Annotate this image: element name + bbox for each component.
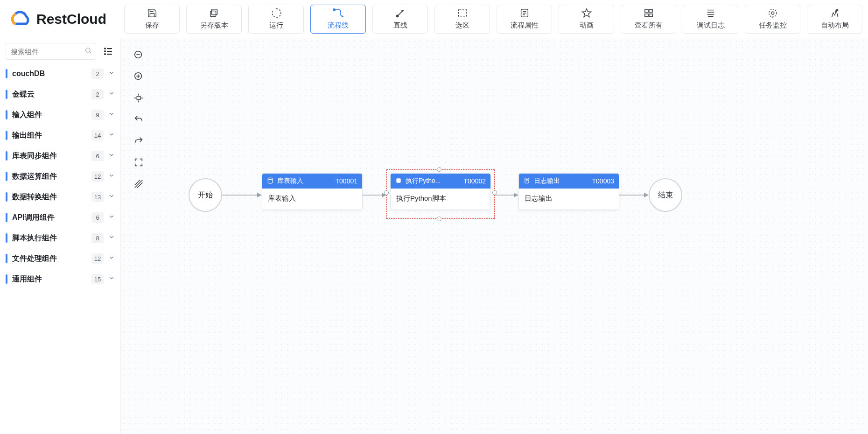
toolbar-run-button[interactable]: 运行 [248,5,304,34]
monitor-icon [768,8,778,18]
toolbar-selection-button[interactable]: 选区 [434,5,490,34]
category-count: 6 [91,151,104,161]
category-label: 数据转换组件 [12,192,91,202]
edges [121,38,868,434]
category-label: couchDB [12,70,91,78]
category-accent [6,254,7,263]
node-id: T00001 [336,177,357,185]
toolbar-properties-button[interactable]: 流程属性 [497,5,552,34]
svg-point-24 [837,9,838,11]
category-accent [6,90,7,99]
category-accent [6,172,7,181]
canvas-zoom-out-button[interactable] [131,49,146,63]
svg-point-22 [769,9,777,17]
category-item[interactable]: 输入组件9 [6,105,115,125]
node-body: 执行Python脚本 [391,189,490,210]
category-count: 8 [91,233,104,243]
category-item[interactable]: API调用组件6 [6,207,115,228]
run-icon [271,8,281,18]
toolbar-view-all-button[interactable]: 查看所有 [621,5,676,34]
search-row [6,43,115,60]
toolbar-save-button[interactable]: 保存 [124,5,180,34]
fit-icon [133,93,144,105]
flow-node[interactable]: 执行Pytho...T00002执行Python脚本 [390,173,491,210]
category-count: 2 [91,89,104,99]
canvas-undo-button[interactable] [131,113,146,128]
category-item[interactable]: 通用组件15 [6,269,115,289]
toolbar-monitor-button[interactable]: 任务监控 [745,5,800,34]
flow-node[interactable]: 库表输入T00001库表输入 [262,173,363,210]
db-icon [267,177,273,185]
toolbar-label: 选区 [455,21,469,30]
save-icon [147,8,157,18]
end-label: 结束 [658,190,673,200]
search-icon[interactable] [84,47,92,56]
category-label: 数据运算组件 [12,172,91,182]
debug-log-icon [706,8,716,18]
toolbar-debug-log-button[interactable]: 调试日志 [683,5,738,34]
canvas-fit-button[interactable] [131,91,146,106]
selection-handle[interactable] [437,217,441,221]
end-node[interactable]: 结束 [649,178,682,212]
svg-line-26 [90,52,91,53]
svg-point-54 [268,178,272,180]
toolbar-flow-line-button[interactable]: 流程线 [310,5,366,34]
category-count: 13 [91,192,104,202]
category-item[interactable]: 数据转换组件13 [6,187,115,207]
svg-marker-3 [342,15,343,18]
toolbar-animation-button[interactable]: 动画 [559,5,614,34]
zoom-in-icon [133,71,144,84]
category-item[interactable]: 文件处理组件12 [6,248,115,269]
category-label: 脚本执行组件 [12,233,91,243]
toolbar-label: 流程属性 [511,21,539,30]
log-icon [524,177,530,185]
animation-icon [581,8,592,18]
toolbar-label: 流程线 [328,21,349,30]
logo-text: RestCloud [36,11,106,27]
toolbar-label: 保存 [145,21,159,30]
search-wrap [6,43,96,60]
category-item[interactable]: 脚本执行组件8 [6,228,115,248]
category-label: API调用组件 [12,213,91,223]
python-icon [395,177,402,185]
toolbar-label: 任务监控 [759,21,787,30]
canvas-texture-button[interactable] [131,177,146,192]
category-item[interactable]: 数据运算组件12 [6,166,115,187]
category-accent [6,233,7,243]
svg-line-45 [137,182,142,188]
canvas[interactable]: 开始结束库表输入T00001库表输入执行Pytho...T00002执行Pyth… [121,38,868,434]
search-input[interactable] [6,43,96,59]
selection-handle[interactable] [384,190,389,195]
save-as-icon [209,8,219,18]
node-header: 库表输入T00001 [262,174,362,189]
canvas-fullscreen-button[interactable] [131,156,146,171]
category-item[interactable]: 金蝶云2 [6,84,115,105]
node-id: T00003 [592,177,614,185]
canvas-redo-button[interactable] [131,134,146,149]
svg-point-27 [104,48,106,49]
toolbar-label: 直线 [393,21,407,30]
chevron-down-icon [108,275,115,283]
flow-node[interactable]: 日志输出T00003日志输出 [518,173,619,210]
toolbar-straight-button[interactable]: 直线 [372,5,428,34]
toolbar-label: 自动布局 [821,21,849,30]
chevron-down-icon [108,70,115,78]
selection-handle[interactable] [437,167,441,172]
category-accent [6,274,7,284]
chevron-down-icon [108,254,115,263]
toolbar-save-as-button[interactable]: 另存版本 [186,5,242,34]
svg-rect-30 [107,51,112,52]
toolbar-auto-layout-button[interactable]: 自动布局 [807,5,862,34]
svg-marker-12 [582,9,590,17]
list-mode-icon[interactable] [102,45,115,58]
canvas-zoom-in-button[interactable] [131,70,146,85]
selection-handle[interactable] [492,190,497,195]
category-label: 通用组件 [12,274,91,284]
view-all-icon [644,8,654,18]
node-header: 日志输出T00003 [519,174,619,189]
category-item[interactable]: couchDB2 [6,63,115,84]
sidebar: couchDB2金蝶云2输入组件9输出组件14库表同步组件6数据运算组件12数据… [0,38,121,434]
category-item[interactable]: 库表同步组件6 [6,146,115,166]
start-node[interactable]: 开始 [189,178,222,212]
category-item[interactable]: 输出组件14 [6,125,115,146]
